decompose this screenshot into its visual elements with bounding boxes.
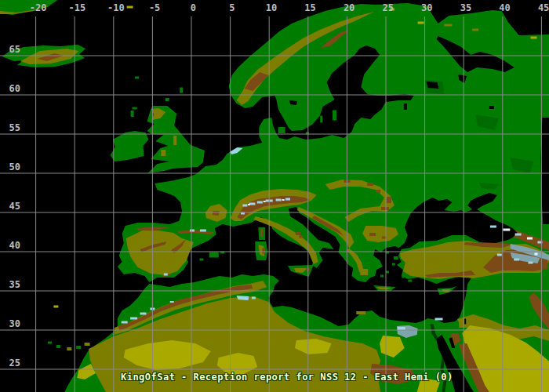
apennine-brown-1 <box>296 232 300 235</box>
lake-ladoga <box>427 82 439 89</box>
massif-central-brown <box>213 211 220 216</box>
kola-olive-1 <box>444 24 452 27</box>
canary-3 <box>67 347 71 350</box>
lat-label-55: 55 <box>2 123 20 133</box>
alps-snow-3 <box>282 199 285 201</box>
pyrenees-ice-1 <box>190 230 195 232</box>
alps-ice-1 <box>242 205 247 207</box>
canary-2 <box>56 345 60 348</box>
atlas-ice-3 <box>140 313 147 315</box>
lon-label-15: 15 <box>304 3 315 13</box>
rila-brown <box>369 233 376 236</box>
shetland <box>180 88 183 93</box>
alps-ice-3 <box>257 201 263 204</box>
caucasus-ice-2 <box>515 234 522 236</box>
map-canvas <box>0 0 549 392</box>
wales-olive <box>161 150 165 156</box>
lat-label-40: 40 <box>2 241 20 251</box>
madeira <box>53 306 58 308</box>
lon-label-5: 5 <box>229 3 235 13</box>
atlas-ice-1 <box>122 321 128 324</box>
dead-sea <box>464 319 466 325</box>
canary-5 <box>85 343 90 346</box>
sardinia-brown <box>262 249 265 254</box>
oland <box>320 116 322 123</box>
tundra-sand-2 <box>531 37 537 39</box>
negev-olive <box>459 323 465 328</box>
lat-label-65: 65 <box>2 45 20 55</box>
gotland <box>333 111 336 121</box>
lat-label-50: 50 <box>2 162 20 172</box>
lon-label--5: -5 <box>149 3 160 13</box>
ararat-snow <box>535 253 538 256</box>
cyclades-2 <box>380 275 384 278</box>
peloponnese-olive <box>360 269 368 275</box>
canary-4 <box>76 346 81 349</box>
rhodes <box>408 280 412 282</box>
lat-label-60: 60 <box>2 84 20 94</box>
caucasus-snow-1 <box>503 229 510 231</box>
kola-olive-2 <box>472 29 478 31</box>
nile-delta-ice <box>435 318 443 321</box>
nevada-ice <box>164 274 168 276</box>
peipus-lake <box>404 103 407 110</box>
anatolia-ice-2 <box>514 259 519 261</box>
lon-label-10: 10 <box>266 3 277 13</box>
alps-ice-6 <box>285 198 290 201</box>
lat-label-30: 30 <box>2 319 20 329</box>
pyrenees-ice-2 <box>200 230 206 232</box>
hebrides-2 <box>131 111 134 117</box>
lat-label-35: 35 <box>2 280 20 290</box>
orkney <box>165 98 169 101</box>
caucasus-snow-2 <box>527 238 533 240</box>
lon-label-0: 0 <box>191 3 196 13</box>
lon-label-45: 45 <box>538 3 549 13</box>
lon-label--20: -20 <box>30 3 47 13</box>
atlas-ice-5 <box>170 301 174 303</box>
corsica-brown <box>260 229 263 237</box>
carpathian-brown-1 <box>381 207 389 210</box>
ibiza <box>199 259 203 261</box>
lon-label-25: 25 <box>382 3 393 13</box>
artifact-dash <box>127 6 133 9</box>
hebrides-1 <box>133 107 137 110</box>
lon-label-30: 30 <box>421 3 432 13</box>
lon-label-40: 40 <box>499 3 510 13</box>
zealand <box>278 127 285 133</box>
lon-label-20: 20 <box>344 3 354 13</box>
cyrenaica-olive <box>356 311 365 314</box>
tatra-brown <box>376 190 380 193</box>
reception-map-screen: -20-15-10-505101520253035404565605550454… <box>0 0 549 392</box>
kola-olive-3 <box>418 22 424 24</box>
alps-snow-1 <box>248 204 250 205</box>
lat-label-25: 25 <box>2 358 20 368</box>
atlas-ice-2 <box>130 318 137 320</box>
rybinsk-lake <box>489 106 494 109</box>
faroe <box>135 77 139 79</box>
mallorca <box>209 252 219 258</box>
chios <box>392 263 395 266</box>
lat-label-45: 45 <box>2 201 20 212</box>
kos <box>402 276 404 278</box>
apennine-brown-2 <box>299 236 303 238</box>
carpathian-brown-3 <box>367 183 373 186</box>
map-title: KingOfSat - Reception report for NSS 12 … <box>121 372 453 383</box>
pennines-olive <box>173 136 176 145</box>
chott-ice-2 <box>252 297 256 299</box>
cyclades-1 <box>386 271 389 274</box>
canary-1 <box>48 342 52 344</box>
qattara-ice <box>398 327 405 330</box>
carpathian-brown-2 <box>387 197 391 203</box>
lon-label--15: -15 <box>68 3 85 13</box>
anatolia-ice-1 <box>497 254 502 256</box>
anatolia-ice-3 <box>529 262 533 264</box>
alps-snow-2 <box>264 201 266 202</box>
lesbos <box>394 256 398 260</box>
alps-ice-5 <box>276 199 282 201</box>
lon-label-35: 35 <box>460 3 471 13</box>
caucasus-ice-1 <box>490 226 496 228</box>
lon-label--10: -10 <box>107 3 125 13</box>
